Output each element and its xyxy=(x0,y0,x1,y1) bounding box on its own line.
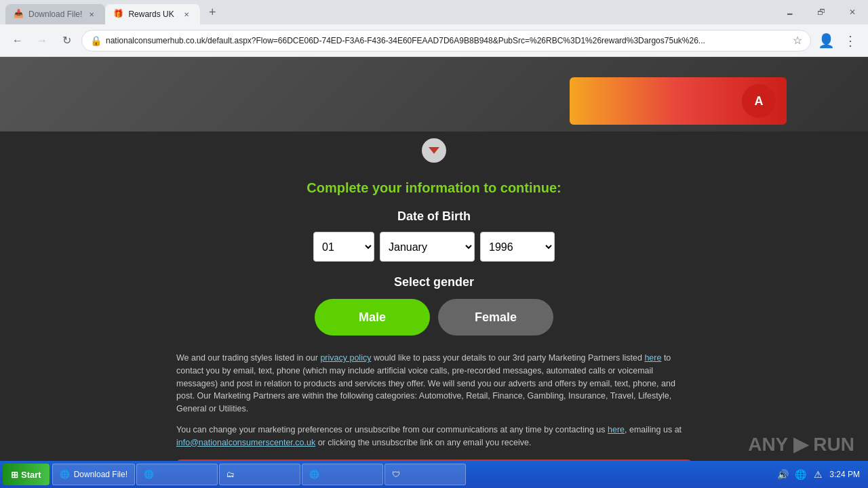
legal-text: We and our trading styles listed in our … xyxy=(0,352,868,449)
close-button[interactable]: ✕ xyxy=(837,0,868,24)
taskbar-folder-icon: 🗂 xyxy=(226,470,235,479)
new-tab-button[interactable]: + xyxy=(203,3,222,22)
dob-month-select[interactable]: January February March xyxy=(380,232,475,262)
browser-frame: 📥 Download File! ✕ 🎁 Rewards UK ✕ + 🗕 🗗 … xyxy=(0,0,868,488)
tab-label-rewards: Rewards UK xyxy=(128,9,177,19)
back-button[interactable]: ← xyxy=(8,31,27,50)
bookmark-icon[interactable]: ☆ xyxy=(793,34,802,47)
url-bar[interactable]: 🔒 nationalconsumerhub.co.uk/default.aspx… xyxy=(81,30,811,52)
tray-volume-icon[interactable]: 🔊 xyxy=(776,468,789,481)
taskbar-download-icon: 🌐 xyxy=(60,470,70,479)
tray-warning-icon[interactable]: ⚠ xyxy=(812,468,824,481)
taskbar-item-ie[interactable]: 🌐 xyxy=(136,464,218,485)
section-title: Complete your information to continue: xyxy=(0,169,868,209)
tab-label-download: Download File! xyxy=(28,9,82,19)
reload-button[interactable]: ↻ xyxy=(57,31,76,50)
forward-button[interactable]: → xyxy=(33,31,52,50)
privacy-policy-link[interactable]: privacy policy xyxy=(320,353,371,363)
male-button[interactable]: Male xyxy=(315,299,430,336)
taskbar-item-chrome[interactable]: 🌐 xyxy=(302,464,383,485)
url-text: nationalconsumerhub.co.uk/default.aspx?F… xyxy=(106,36,789,45)
legal-paragraph-2: You can change your marketing preference… xyxy=(176,424,692,449)
tab-favicon-rewards: 🎁 xyxy=(113,9,124,20)
taskbar-item-folder[interactable]: 🗂 xyxy=(219,464,300,485)
partners-link[interactable]: here xyxy=(644,353,661,363)
dob-selects: 01 02 03 January February March 1996 199… xyxy=(0,232,868,262)
reward-logo: A xyxy=(742,84,776,118)
female-button[interactable]: Female xyxy=(438,299,553,336)
gender-label: Select gender xyxy=(0,275,868,289)
taskbar-shield-icon: 🛡 xyxy=(392,470,400,479)
taskbar-chrome-icon: 🌐 xyxy=(309,470,319,479)
tab-close-download[interactable]: ✕ xyxy=(86,9,97,20)
dob-section: Date of Birth 01 02 03 January February … xyxy=(0,209,868,262)
account-icon[interactable]: 👤 xyxy=(816,31,835,50)
legal-paragraph-1: We and our trading styles listed in our … xyxy=(176,352,692,415)
tab-close-rewards[interactable]: ✕ xyxy=(181,9,192,20)
taskbar-ie-icon: 🌐 xyxy=(144,470,154,479)
gender-buttons: Male Female xyxy=(0,299,868,336)
contact-link[interactable]: here xyxy=(608,425,625,434)
taskbar-download-label: Download File! xyxy=(74,470,127,479)
menu-icon[interactable]: ⋮ xyxy=(841,31,860,50)
scroll-down-button[interactable] xyxy=(422,138,446,163)
tab-download-file[interactable]: 📥 Download File! ✕ xyxy=(5,4,105,24)
reward-banner: A xyxy=(570,77,787,125)
tab-favicon-download: 📥 xyxy=(14,9,24,20)
dob-day-select[interactable]: 01 02 03 xyxy=(313,232,374,262)
window-controls: 🗕 🗗 ✕ xyxy=(774,0,868,24)
dob-label: Date of Birth xyxy=(0,209,868,224)
lock-icon: 🔒 xyxy=(90,35,102,46)
page-content: A Complete your information to continue:… xyxy=(0,57,868,488)
tray-network-icon[interactable]: 🌐 xyxy=(794,468,806,481)
address-bar: ← → ↻ 🔒 nationalconsumerhub.co.uk/defaul… xyxy=(0,24,868,57)
form-area: Complete your information to continue: D… xyxy=(0,169,868,488)
email-link[interactable]: info@nationalconsumerscenter.co.uk xyxy=(176,438,315,447)
start-button[interactable]: ⊞ Start xyxy=(3,464,50,485)
gender-section: Select gender Male Female xyxy=(0,275,868,336)
time-display: 3:24 PM xyxy=(829,470,860,479)
start-label: Start xyxy=(21,470,41,480)
dob-year-select[interactable]: 1996 1995 1990 xyxy=(480,232,555,262)
taskbar-items: 🌐 Download File! 🌐 🗂 🌐 🛡 xyxy=(52,464,772,485)
start-icon: ⊞ xyxy=(11,470,18,480)
taskbar-item-download[interactable]: 🌐 Download File! xyxy=(52,464,135,485)
taskbar-item-shield[interactable]: 🛡 xyxy=(384,464,466,485)
tab-rewards-uk[interactable]: 🎁 Rewards UK ✕ xyxy=(105,4,200,24)
taskbar-tray: 🔊 🌐 ⚠ 3:24 PM xyxy=(771,468,865,481)
top-image-area: A xyxy=(0,57,868,131)
taskbar: ⊞ Start 🌐 Download File! 🌐 🗂 🌐 🛡 🔊 🌐 ⚠ 3… xyxy=(0,461,868,488)
tab-bar: 📥 Download File! ✕ 🎁 Rewards UK ✕ + 🗕 🗗 … xyxy=(0,0,868,24)
maximize-button[interactable]: 🗗 xyxy=(806,0,837,24)
scroll-indicator xyxy=(0,131,868,169)
minimize-button[interactable]: 🗕 xyxy=(774,0,806,24)
